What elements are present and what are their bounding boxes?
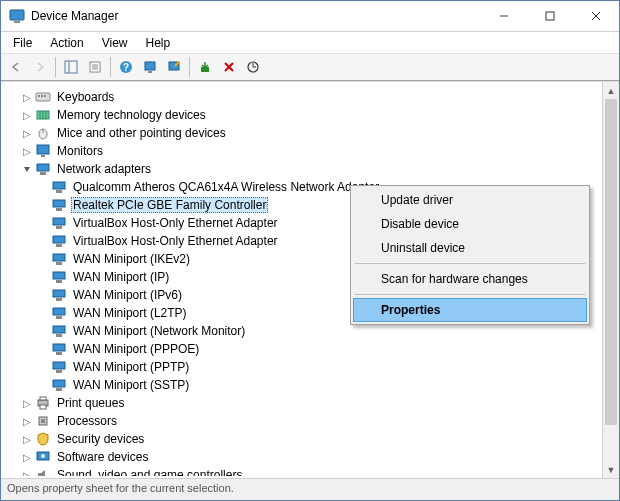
expand-icon[interactable]: ▷ bbox=[21, 92, 33, 103]
memory-icon bbox=[35, 107, 51, 123]
tree-label: WAN Miniport (PPTP) bbox=[71, 359, 191, 375]
expand-icon[interactable]: ▷ bbox=[21, 452, 33, 463]
scroll-up-button[interactable]: ▲ bbox=[603, 82, 619, 99]
svg-rect-0 bbox=[10, 10, 24, 20]
tree-item-network-adapter[interactable]: WAN Miniport (SSTP) bbox=[7, 376, 617, 394]
mouse-icon bbox=[35, 125, 51, 141]
tree-item-network-adapter[interactable]: WAN Miniport (PPPOE) bbox=[7, 340, 617, 358]
tree-category-memory[interactable]: ▷ Memory technology devices bbox=[7, 106, 617, 124]
expand-icon[interactable]: ▷ bbox=[21, 128, 33, 139]
tree-item-network-adapter[interactable]: WAN Miniport (PPTP) bbox=[7, 358, 617, 376]
tree-label: Print queues bbox=[55, 395, 126, 411]
expand-icon[interactable]: ▷ bbox=[21, 416, 33, 427]
svg-rect-45 bbox=[53, 290, 65, 297]
tree-label: WAN Miniport (IKEv2) bbox=[71, 251, 192, 267]
tree-label: Mice and other pointing devices bbox=[55, 125, 228, 141]
svg-rect-3 bbox=[546, 12, 554, 20]
uninstall-button[interactable] bbox=[218, 56, 240, 78]
tree-category-security[interactable]: ▷ Security devices bbox=[7, 430, 617, 448]
tree-label: WAN Miniport (SSTP) bbox=[71, 377, 191, 393]
tree-category-print-queues[interactable]: ▷ Print queues bbox=[7, 394, 617, 412]
network-adapter-icon bbox=[51, 197, 67, 213]
tree-label: VirtualBox Host-Only Ethernet Adapter bbox=[71, 233, 280, 249]
svg-rect-33 bbox=[53, 182, 65, 189]
svg-rect-22 bbox=[44, 95, 46, 97]
ctx-properties[interactable]: Properties bbox=[353, 298, 587, 322]
scroll-down-button[interactable]: ▼ bbox=[603, 461, 619, 478]
svg-rect-52 bbox=[56, 352, 62, 355]
svg-rect-61 bbox=[41, 419, 45, 423]
tree-label: Monitors bbox=[55, 143, 105, 159]
network-adapter-icon bbox=[51, 233, 67, 249]
svg-rect-53 bbox=[53, 362, 65, 369]
status-text: Opens property sheet for the current sel… bbox=[7, 482, 234, 494]
expand-icon[interactable]: ▷ bbox=[21, 470, 33, 477]
tree-category-monitors[interactable]: ▷ Monitors bbox=[7, 142, 617, 160]
printer-icon bbox=[35, 395, 51, 411]
menu-file[interactable]: File bbox=[5, 34, 40, 52]
svg-rect-14 bbox=[145, 62, 155, 70]
expand-icon[interactable]: ▷ bbox=[21, 434, 33, 445]
window-controls bbox=[481, 1, 619, 31]
back-button[interactable] bbox=[5, 56, 27, 78]
expand-icon[interactable]: ▷ bbox=[21, 110, 33, 121]
tree-category-sound[interactable]: ▷ Sound, video and game controllers bbox=[7, 466, 617, 476]
monitor-button[interactable] bbox=[139, 56, 161, 78]
svg-rect-43 bbox=[53, 272, 65, 279]
scroll-track[interactable] bbox=[603, 99, 619, 461]
svg-rect-51 bbox=[53, 344, 65, 351]
properties-button[interactable] bbox=[84, 56, 106, 78]
forward-button[interactable] bbox=[29, 56, 51, 78]
install-button[interactable] bbox=[194, 56, 216, 78]
separator bbox=[55, 57, 56, 77]
tree-category-network-adapters[interactable]: Network adapters bbox=[7, 160, 617, 178]
tree-category-mice[interactable]: ▷ Mice and other pointing devices bbox=[7, 124, 617, 142]
svg-rect-59 bbox=[40, 405, 46, 409]
tree-category-keyboards[interactable]: ▷ Keyboards bbox=[7, 88, 617, 106]
shield-icon bbox=[35, 431, 51, 447]
app-icon bbox=[9, 8, 25, 24]
menu-action[interactable]: Action bbox=[42, 34, 91, 52]
svg-rect-15 bbox=[148, 71, 152, 73]
ctx-scan-hardware[interactable]: Scan for hardware changes bbox=[353, 267, 587, 291]
ctx-update-driver[interactable]: Update driver bbox=[353, 188, 587, 212]
svg-rect-30 bbox=[41, 155, 45, 157]
svg-rect-56 bbox=[56, 388, 62, 391]
tree-label: Memory technology devices bbox=[55, 107, 208, 123]
svg-rect-46 bbox=[56, 298, 62, 301]
svg-rect-44 bbox=[56, 280, 62, 283]
expand-icon[interactable]: ▷ bbox=[21, 398, 33, 409]
svg-rect-58 bbox=[40, 397, 46, 400]
menu-help[interactable]: Help bbox=[138, 34, 179, 52]
vertical-scrollbar[interactable]: ▲ ▼ bbox=[602, 82, 619, 478]
network-adapter-icon bbox=[51, 251, 67, 267]
scan-button[interactable] bbox=[163, 56, 185, 78]
network-adapter-icon bbox=[51, 287, 67, 303]
minimize-button[interactable] bbox=[481, 1, 527, 31]
network-adapter-icon bbox=[51, 341, 67, 357]
update-button[interactable] bbox=[242, 56, 264, 78]
tree-category-processors[interactable]: ▷ Processors bbox=[7, 412, 617, 430]
close-button[interactable] bbox=[573, 1, 619, 31]
svg-rect-41 bbox=[53, 254, 65, 261]
tree-label: VirtualBox Host-Only Ethernet Adapter bbox=[71, 215, 280, 231]
tree-label: WAN Miniport (Network Monitor) bbox=[71, 323, 247, 339]
svg-rect-31 bbox=[37, 164, 49, 171]
svg-rect-35 bbox=[53, 200, 65, 207]
help-button[interactable]: ? bbox=[115, 56, 137, 78]
svg-rect-54 bbox=[56, 370, 62, 373]
tree-category-software[interactable]: ▷ Software devices bbox=[7, 448, 617, 466]
scroll-thumb[interactable] bbox=[605, 99, 617, 425]
ctx-uninstall-device[interactable]: Uninstall device bbox=[353, 236, 587, 260]
content-area: ▷ Keyboards ▷ Memory technology devices … bbox=[1, 81, 619, 478]
show-hide-tree-button[interactable] bbox=[60, 56, 82, 78]
maximize-button[interactable] bbox=[527, 1, 573, 31]
ctx-disable-device[interactable]: Disable device bbox=[353, 212, 587, 236]
network-icon bbox=[35, 161, 51, 177]
collapse-icon[interactable] bbox=[21, 165, 33, 174]
expand-icon[interactable]: ▷ bbox=[21, 146, 33, 157]
menu-view[interactable]: View bbox=[94, 34, 136, 52]
device-manager-window: Device Manager File Action View Help ? ▷ bbox=[0, 0, 620, 501]
svg-rect-6 bbox=[65, 61, 77, 73]
svg-rect-40 bbox=[56, 244, 62, 247]
